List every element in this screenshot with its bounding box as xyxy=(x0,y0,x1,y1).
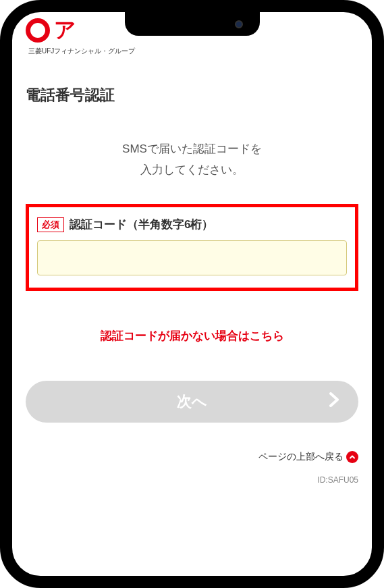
logo-circle-icon xyxy=(26,18,50,43)
instruction-line-2: 入力してください。 xyxy=(26,160,358,181)
phone-notch xyxy=(125,12,260,36)
main-content: 電話番号認証 SMSで届いた認証コードを 入力してください。 必須 認証コード（… xyxy=(12,61,372,498)
required-badge: 必須 xyxy=(37,217,64,232)
next-button[interactable]: 次へ xyxy=(26,381,358,423)
next-button-label: 次へ xyxy=(177,392,207,412)
back-to-top-label: ページの上部へ戻る xyxy=(258,451,344,463)
logo-text: ア xyxy=(54,16,76,45)
chevron-up-icon xyxy=(346,451,358,463)
camera-icon xyxy=(235,20,243,28)
instruction-line-1: SMSで届いた認証コードを xyxy=(26,139,358,160)
phone-frame: ア 三菱UFJフィナンシャル・グループ 電話番号認証 SMSで届いた認証コードを… xyxy=(0,0,384,588)
chevron-right-icon xyxy=(329,392,339,411)
help-link[interactable]: 認証コードが届かない場合はこちら xyxy=(26,328,358,344)
page-id: ID:SAFU05 xyxy=(26,475,358,485)
field-label-row: 必須 認証コード（半角数字6桁） xyxy=(37,217,347,232)
back-to-top-link[interactable]: ページの上部へ戻る xyxy=(26,451,358,463)
logo-subtitle: 三菱UFJフィナンシャル・グループ xyxy=(28,47,358,56)
screen-content: ア 三菱UFJフィナンシャル・グループ 電話番号認証 SMSで届いた認証コードを… xyxy=(12,12,372,576)
page-title: 電話番号認証 xyxy=(26,85,358,105)
verification-code-input[interactable] xyxy=(37,240,347,275)
verification-code-section: 必須 認証コード（半角数字6桁） xyxy=(26,204,358,291)
instruction-text: SMSで届いた認証コードを 入力してください。 xyxy=(26,139,358,180)
field-label: 認証コード（半角数字6桁） xyxy=(70,217,213,232)
